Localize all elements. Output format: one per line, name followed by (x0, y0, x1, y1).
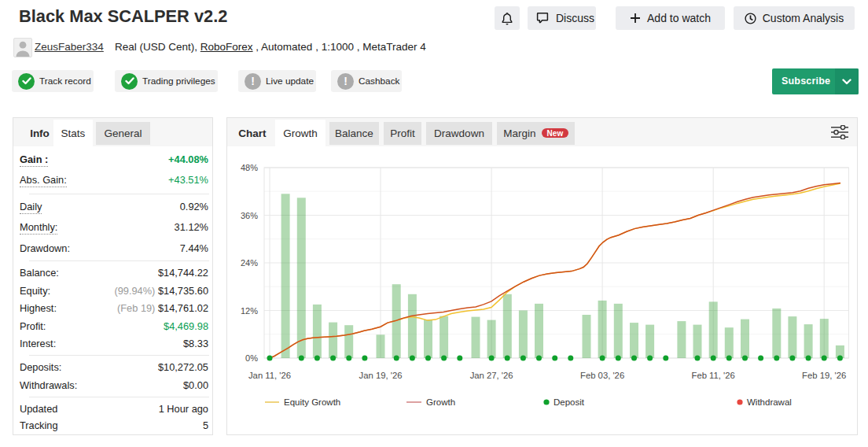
svg-text:Equity Growth: Equity Growth (284, 397, 340, 407)
svg-text:Feb 03, '26: Feb 03, '26 (580, 371, 624, 380)
svg-text:36%: 36% (241, 211, 258, 220)
svg-text:Withdrawal: Withdrawal (747, 397, 792, 407)
svg-text:Jan 11, '26: Jan 11, '26 (248, 371, 291, 380)
svg-text:Growth: Growth (426, 397, 455, 407)
svg-text:Feb 11, '26: Feb 11, '26 (692, 371, 735, 380)
svg-text:48%: 48% (241, 163, 258, 172)
svg-text:Feb 19, '26: Feb 19, '26 (802, 371, 846, 380)
svg-text:12%: 12% (241, 306, 258, 316)
svg-text:0%: 0% (245, 353, 258, 363)
svg-text:Jan 27, '26: Jan 27, '26 (470, 371, 513, 380)
svg-text:24%: 24% (241, 258, 258, 268)
svg-text:Deposit: Deposit (554, 397, 585, 407)
svg-text:Jan 19, '26: Jan 19, '26 (359, 371, 403, 380)
